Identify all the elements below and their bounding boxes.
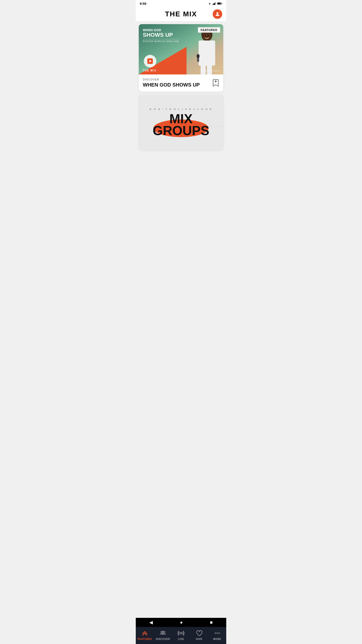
status-time: 9:59 (140, 2, 146, 6)
youtube-icon (147, 58, 153, 64)
featured-badge: FEATURED (198, 27, 220, 33)
main-content: FEATURED WHEN GOD SHOWS UP PASTOR MARCUS… (136, 21, 226, 170)
card-section-label: DISCOVER (143, 78, 200, 81)
user-icon (215, 11, 220, 17)
svg-rect-3 (214, 3, 215, 5)
mix-groups-container: YOU BELONG HERE. YOU BELONG HERE. YOU BE… (153, 113, 209, 137)
person-figure (188, 27, 221, 74)
app-title: THE MIX (165, 10, 197, 18)
bookmark-icon (212, 79, 219, 87)
svg-rect-6 (217, 3, 221, 4)
bookmark-button[interactable] (212, 79, 219, 88)
featured-title-big: SHOWS UP (143, 32, 179, 38)
svg-rect-7 (222, 3, 222, 4)
wifi-icon (208, 2, 212, 5)
svg-point-8 (216, 12, 218, 14)
status-icons (208, 2, 222, 5)
svg-point-0 (209, 5, 210, 5)
signal-icon (213, 2, 216, 5)
card-body: DISCOVER WHEN GOD SHOWS UP (139, 74, 223, 92)
status-bar: 9:59 (136, 0, 226, 7)
svg-rect-1 (213, 4, 213, 5)
groups-content: D O N ' T D O L I F E A L O N E YOU BELO… (139, 103, 223, 142)
featured-card[interactable]: FEATURED WHEN GOD SHOWS UP PASTOR MARCUS… (139, 24, 223, 92)
featured-pastor: PASTOR MARCUS ENGLAND (143, 39, 179, 43)
svg-point-16 (203, 35, 210, 40)
svg-point-17 (205, 36, 206, 37)
card-info: DISCOVER WHEN GOD SHOWS UP (143, 78, 200, 88)
mix-label: MIX (153, 113, 209, 125)
watermark: @THEMIX_CHURCH (201, 70, 220, 72)
svg-point-18 (208, 36, 209, 37)
profile-avatar-button[interactable] (213, 9, 222, 19)
featured-text-overlay: WHEN GOD SHOWS UP PASTOR MARCUS ENGLAND (143, 28, 179, 43)
groups-card[interactable]: D O N ' T D O L I F E A L O N E YOU BELO… (139, 95, 223, 150)
header: THE MIX (136, 7, 226, 21)
groups-tagline: D O N ' T D O L I F E A L O N E (144, 108, 218, 110)
play-button[interactable] (144, 55, 156, 67)
card-title: WHEN GOD SHOWS UP (143, 82, 200, 88)
svg-rect-4 (215, 2, 216, 5)
svg-point-13 (197, 54, 200, 58)
battery-icon (217, 2, 222, 5)
svg-rect-2 (214, 3, 214, 5)
groups-label: GROUPS (153, 125, 209, 137)
brand-label: THE MIX (143, 69, 157, 72)
featured-image: FEATURED WHEN GOD SHOWS UP PASTOR MARCUS… (139, 24, 223, 74)
mix-groups-text: MIX GROUPS (153, 113, 209, 137)
featured-subtitle: WHEN GOD (143, 28, 179, 32)
